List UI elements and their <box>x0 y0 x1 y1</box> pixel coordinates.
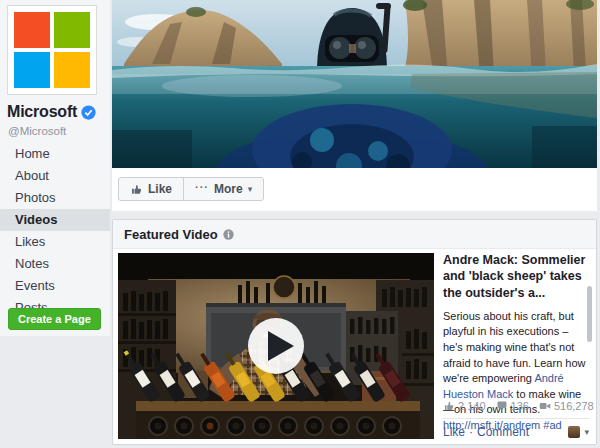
page-more-label: More <box>214 182 243 196</box>
view-count-value: 516,278 <box>554 400 594 412</box>
video-description: Serious about his craft, but playful in … <box>443 309 589 434</box>
verified-badge-icon <box>81 105 96 120</box>
sidebar-item-about[interactable]: About <box>0 165 110 187</box>
post-actions: Like · Comment ▾ <box>443 425 589 439</box>
profile-picture[interactable] <box>7 5 97 95</box>
post-like-link[interactable]: Like <box>443 425 465 439</box>
view-count[interactable]: 516,278 <box>539 400 594 412</box>
post-comment-link[interactable]: Comment <box>477 425 529 439</box>
sidebar-nav: Home About Photos Videos Likes Notes Eve… <box>0 143 110 319</box>
comment-count[interactable]: 136 <box>496 400 529 412</box>
more-dots-icon: ··· <box>195 181 209 193</box>
info-icon[interactable] <box>223 229 234 240</box>
card-header: Featured Video <box>113 220 596 249</box>
avatar[interactable] <box>568 426 580 438</box>
divider <box>443 418 589 419</box>
page-like-label: Like <box>148 182 172 196</box>
description-text: Serious about his craft, but playful in … <box>443 310 585 384</box>
microsoft-logo-icon <box>14 12 90 88</box>
page-action-bar: Like ··· More ▾ <box>112 168 597 211</box>
section-title: Featured Video <box>124 227 218 242</box>
sidebar-item-photos[interactable]: Photos <box>0 187 110 209</box>
featured-video-card: Featured Video <box>112 219 597 445</box>
sidebar-item-events[interactable]: Events <box>0 275 110 297</box>
page-like-button[interactable]: Like <box>119 178 183 200</box>
comment-bubble-icon <box>496 400 508 412</box>
video-title[interactable]: Andre Mack: Sommelier and 'black sheep' … <box>443 252 589 301</box>
sidebar: Microsoft @Microsoft Home About Photos V… <box>0 0 110 336</box>
sidebar-item-notes[interactable]: Notes <box>0 253 110 275</box>
video-camera-icon <box>539 400 551 412</box>
like-count[interactable]: 2,140 <box>443 400 486 412</box>
like-count-value: 2,140 <box>458 400 486 412</box>
create-page-button[interactable]: Create a Page <box>8 308 101 330</box>
comment-count-value: 136 <box>511 400 529 412</box>
thumb-up-icon <box>130 183 143 196</box>
chevron-down-icon[interactable]: ▾ <box>584 427 589 437</box>
video-thumbnail[interactable] <box>118 253 434 439</box>
page-handle: @Microsoft <box>8 125 66 137</box>
page-more-button[interactable]: ··· More ▾ <box>183 178 263 200</box>
scrollbar-thumb[interactable] <box>587 286 592 342</box>
thumb-up-icon <box>443 400 455 412</box>
sidebar-item-home[interactable]: Home <box>0 143 110 165</box>
caret-down-icon: ▾ <box>248 184 253 194</box>
cover-photo[interactable] <box>112 0 597 168</box>
main-content: Like ··· More ▾ Featured Video <box>112 0 597 168</box>
sidebar-item-likes[interactable]: Likes <box>0 231 110 253</box>
dot-separator: · <box>469 425 473 439</box>
sidebar-item-videos[interactable]: Videos <box>0 209 110 231</box>
play-button[interactable] <box>248 318 304 374</box>
video-stats: 2,140 136 516,278 <box>443 400 593 412</box>
card-body: Andre Mack: Sommelier and 'black sheep' … <box>113 249 596 445</box>
page-title[interactable]: Microsoft <box>7 103 77 121</box>
